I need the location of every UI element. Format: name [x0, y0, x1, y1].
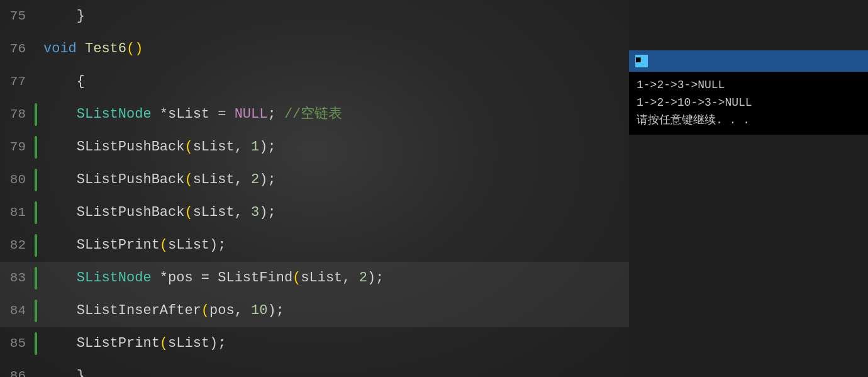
line-number: 78	[0, 98, 35, 131]
line-number: 83	[0, 262, 35, 295]
indent-bar	[35, 332, 37, 355]
indent-bar	[35, 267, 37, 290]
code-content: SListPushBack(sList, 1);	[41, 131, 276, 164]
code-line: 76void Test6()	[0, 33, 629, 65]
code-line: 80 SListPushBack(sList, 2);	[0, 164, 629, 196]
code-content: {	[41, 65, 85, 98]
code-content: SListNode *sList = NULL; //空链表	[41, 98, 342, 131]
code-content: SListNode *pos = SListFind(sList, 2);	[41, 262, 384, 295]
line-number: 76	[0, 33, 35, 65]
code-line: 84 SListInserAfter(pos, 10);	[0, 295, 629, 327]
terminal-icon: ■	[635, 55, 648, 67]
code-line: 86 }	[0, 360, 629, 377]
code-line: 75 }	[0, 0, 629, 33]
code-content: }	[41, 0, 85, 33]
terminal-window: ■ 1->2->3->NULL1->2->10->3->NULL请按任意键继续.…	[629, 50, 868, 135]
code-content: SListPushBack(sList, 2);	[41, 164, 276, 196]
code-line: 78 SListNode *sList = NULL; //空链表	[0, 98, 629, 131]
code-line: 85 SListPrint(sList);	[0, 327, 629, 360]
code-line: 77 {	[0, 65, 629, 98]
indent-bar	[35, 136, 37, 159]
line-number: 84	[0, 295, 35, 327]
code-line: 81 SListPushBack(sList, 3);	[0, 196, 629, 229]
terminal-titlebar: ■	[629, 50, 868, 72]
code-line: 83 SListNode *pos = SListFind(sList, 2);	[0, 262, 629, 295]
line-number: 75	[0, 0, 35, 33]
indent-bar	[35, 234, 37, 257]
line-number: 85	[0, 327, 35, 360]
line-number: 82	[0, 229, 35, 262]
indent-bar	[35, 201, 37, 224]
editor-container: 75 }76void Test6()77 {78 SListNode *sLis…	[0, 0, 868, 377]
code-content: }	[41, 360, 85, 377]
line-number: 79	[0, 131, 35, 164]
code-content: SListPushBack(sList, 3);	[41, 196, 276, 229]
code-content: SListInserAfter(pos, 10);	[41, 295, 284, 327]
line-number: 77	[0, 65, 35, 98]
indent-bar	[35, 300, 37, 322]
code-line: 79 SListPushBack(sList, 1);	[0, 131, 629, 164]
code-content: SListPrint(sList);	[41, 229, 226, 262]
code-content: void Test6()	[41, 33, 143, 65]
line-number: 81	[0, 196, 35, 229]
indent-bar	[35, 103, 37, 126]
indent-bar	[35, 169, 37, 191]
line-number: 80	[0, 164, 35, 196]
terminal-line: 1->2->3->NULL	[637, 77, 860, 94]
line-number: 86	[0, 360, 35, 377]
terminal-line: 1->2->10->3->NULL	[637, 94, 860, 112]
terminal-body: 1->2->3->NULL1->2->10->3->NULL请按任意键继续. .…	[629, 72, 868, 135]
terminal-line: 请按任意键继续. . .	[637, 112, 860, 130]
code-line: 82 SListPrint(sList);	[0, 229, 629, 262]
code-content: SListPrint(sList);	[41, 327, 226, 360]
code-area: 75 }76void Test6()77 {78 SListNode *sLis…	[0, 0, 629, 377]
